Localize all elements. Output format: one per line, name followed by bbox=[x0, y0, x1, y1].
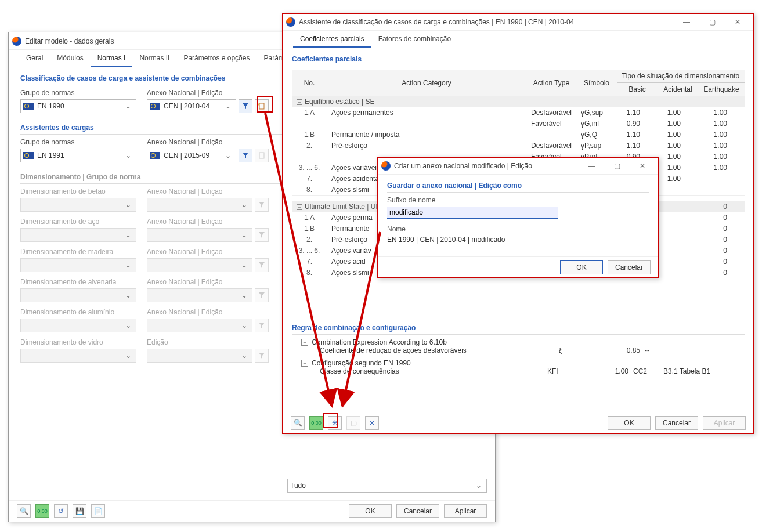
tree-conf-en[interactable]: − Configuração segundo EN 1990 bbox=[292, 359, 745, 367]
tree-comb-expr[interactable]: − Combination Expression According to 6.… bbox=[292, 338, 745, 346]
cell-no: 3. ... 6. bbox=[292, 162, 327, 173]
dlg-sec-title: Guardar o anexo nacional | Edição como bbox=[387, 177, 649, 193]
anexo-label: Edição bbox=[147, 338, 269, 346]
close-button[interactable]: ✕ bbox=[630, 158, 655, 174]
svg-rect-1 bbox=[259, 153, 264, 158]
cell-tail: 0 bbox=[703, 201, 745, 212]
table-row[interactable]: 2.Pré-esforçoDesfavorávelγP,sup1.101.001… bbox=[292, 140, 745, 151]
chevron-down-icon: ⌄ bbox=[123, 261, 133, 269]
cancel-button[interactable]: Cancelar bbox=[608, 260, 651, 274]
coef-red-label: Coeficiente de redução de ações desfavor… bbox=[320, 346, 559, 354]
new-button[interactable]: ✳ bbox=[328, 416, 342, 430]
cell-sym: γP,sup bbox=[576, 140, 617, 151]
cell-tail: 0 bbox=[703, 267, 745, 278]
save-button[interactable]: 💾 bbox=[73, 504, 86, 518]
anexo-label: Anexo Nacional | Edição bbox=[147, 187, 269, 196]
chevron-down-icon: ⌄ bbox=[474, 482, 484, 490]
search-button[interactable]: 🔍 bbox=[17, 504, 31, 518]
dropdown-en1990[interactable]: EN 1990 ⌄ bbox=[20, 99, 136, 113]
units-button[interactable]: 0,00 bbox=[309, 416, 323, 430]
cell-acid: 1.00 bbox=[658, 151, 698, 162]
table-row[interactable]: 1.AAções permanentesDesfavorávelγG,sup1.… bbox=[292, 107, 745, 118]
search-icon: 🔍 bbox=[294, 419, 302, 427]
collapse-icon[interactable]: − bbox=[301, 360, 308, 367]
xi-dash: -- bbox=[640, 346, 663, 354]
flag-icon bbox=[150, 152, 160, 159]
dropdown-cen2010[interactable]: CEN | 2010-04 ⌄ bbox=[147, 99, 236, 113]
kfi-value: 1.00 bbox=[588, 367, 628, 375]
minimize-button[interactable]: — bbox=[674, 14, 699, 30]
filter-icon bbox=[258, 322, 265, 329]
cell-no: 8. bbox=[292, 184, 327, 196]
dropdown-value: Tudo bbox=[290, 482, 306, 490]
tab-coef-parciais[interactable]: Coeficientes parciais bbox=[293, 31, 371, 48]
filter-button bbox=[255, 198, 269, 212]
suffix-input[interactable] bbox=[387, 207, 558, 219]
cell-eq bbox=[698, 173, 745, 184]
table-row[interactable]: FavorávelγG,inf0.901.001.00 bbox=[292, 118, 745, 129]
apply-button: Aplicar bbox=[703, 416, 746, 430]
tab-geral[interactable]: Geral bbox=[19, 50, 50, 67]
close-button[interactable]: ✕ bbox=[725, 14, 750, 30]
anexo-dropdown: ⌄ bbox=[147, 288, 252, 302]
filter-button bbox=[255, 258, 269, 272]
label-anexo: Anexo Nacional | Edição bbox=[147, 138, 269, 146]
tab-parametros[interactable]: Parâmetros e opções bbox=[176, 50, 257, 67]
filter-button bbox=[255, 349, 269, 363]
filter-button bbox=[255, 228, 269, 242]
ok-button[interactable]: OK bbox=[560, 260, 603, 274]
cell-no: 7. bbox=[292, 173, 327, 184]
dropdown-value: EN 1991 bbox=[37, 151, 64, 160]
dim-label: Dimensionamento de betão bbox=[20, 187, 136, 196]
dialog-title: Criar um anexo nacional modificado | Edi… bbox=[394, 162, 579, 170]
maximize-button[interactable]: ▢ bbox=[604, 158, 630, 174]
cc2-value: CC2 bbox=[628, 367, 663, 375]
open-wizard-button[interactable] bbox=[255, 99, 269, 113]
chevron-down-icon: ⌄ bbox=[123, 151, 133, 160]
tree-label: Configuração segundo EN 1990 bbox=[312, 359, 411, 367]
search-button[interactable]: 🔍 bbox=[291, 416, 305, 430]
minimize-button[interactable]: — bbox=[579, 158, 604, 174]
label-grupo-normas: Grupo de normas bbox=[20, 89, 136, 97]
tab-normas-i[interactable]: Normas I bbox=[91, 50, 133, 67]
apply-button[interactable]: Aplicar bbox=[444, 504, 487, 518]
cancel-button[interactable]: Cancelar bbox=[655, 416, 698, 430]
col-eq: Earthquake bbox=[698, 83, 745, 96]
col-type: Action Type bbox=[526, 70, 576, 96]
cell-no: 8. bbox=[292, 267, 327, 278]
cancel-button[interactable]: Cancelar bbox=[396, 504, 439, 518]
dim-label: Dimensionamento de madeira bbox=[20, 248, 136, 256]
ok-button[interactable]: OK bbox=[349, 504, 392, 518]
chevron-down-icon: ⌄ bbox=[223, 151, 233, 160]
units-button[interactable]: 0,00 bbox=[35, 504, 49, 518]
filter-button[interactable] bbox=[239, 149, 252, 162]
refresh-button[interactable]: ↺ bbox=[54, 504, 68, 518]
tab-fatores-comb[interactable]: Fatores de combinação bbox=[371, 31, 458, 48]
delete-button[interactable]: ✕ bbox=[365, 416, 379, 430]
filter-button[interactable] bbox=[239, 99, 252, 113]
collapse-icon[interactable]: − bbox=[301, 339, 308, 346]
anexo-label: Anexo Nacional | Edição bbox=[147, 248, 269, 256]
maximize-button[interactable]: ▢ bbox=[699, 14, 725, 30]
dropdown-cen2015[interactable]: CEN | 2015-09 ⌄ bbox=[147, 149, 236, 162]
dim-dropdown: ⌄ bbox=[20, 349, 136, 363]
dropdown-tudo[interactable]: Tudo ⌄ bbox=[287, 479, 487, 493]
wizard-titlebar: Assistente de classificação de casos de … bbox=[283, 13, 754, 31]
ok-button[interactable]: OK bbox=[608, 416, 651, 430]
dim-dropdown: ⌄ bbox=[20, 228, 136, 242]
filter-icon bbox=[258, 262, 265, 269]
cell-eq: 1.00 bbox=[698, 107, 745, 118]
tree-label: Combination Expression According to 6.10… bbox=[312, 338, 447, 346]
tab-normas-ii[interactable]: Normas II bbox=[132, 50, 176, 67]
cell-no: 1.B bbox=[292, 129, 327, 140]
xi-symbol: ξ bbox=[559, 346, 599, 354]
group-header[interactable]: −Equilíbrio estático | SE bbox=[292, 96, 745, 107]
table-row[interactable]: 1.BPermanente / impostaγG,Q1.101.001.00 bbox=[292, 129, 745, 140]
tab-modulos[interactable]: Módulos bbox=[50, 50, 90, 67]
col-sym: Símbolo bbox=[576, 70, 617, 96]
app-icon bbox=[286, 17, 295, 27]
doc-button: ▢ bbox=[346, 416, 360, 430]
refresh-icon: ↺ bbox=[58, 507, 64, 515]
dropdown-en1991[interactable]: EN 1991 ⌄ bbox=[20, 149, 136, 162]
copy-button[interactable]: 📄 bbox=[91, 504, 105, 518]
